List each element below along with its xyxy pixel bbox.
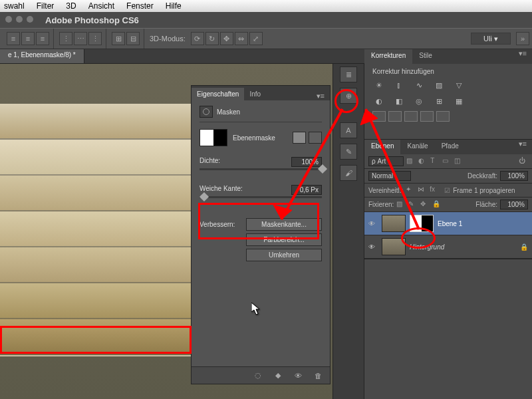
align-right-icon[interactable]: ≡ <box>36 32 49 45</box>
toggle-mask-icon[interactable]: 👁 <box>293 370 303 381</box>
fill-label: Fläche: <box>475 201 497 208</box>
svg-line-0 <box>281 109 342 219</box>
tab-pfade[interactable]: Pfade <box>435 140 466 154</box>
distribute-c-icon[interactable]: ⋮ <box>88 32 102 45</box>
svg-line-2 <box>366 109 419 229</box>
auto-align-icon[interactable]: ⊞ <box>112 32 125 45</box>
menu-ansicht[interactable]: Ansicht <box>88 1 114 11</box>
tab-korrekturen[interactable]: Korrekturen <box>364 49 412 64</box>
adjustments-menu-icon[interactable]: ▾≡ <box>513 49 532 64</box>
mask-thumbnail[interactable] <box>200 129 227 146</box>
zoom-icon[interactable]: ⤢ <box>249 32 263 45</box>
image-content <box>0 104 206 356</box>
opacity-label: Deckkraft: <box>467 172 497 180</box>
mask-mode-icon[interactable] <box>200 106 213 118</box>
properties-icon[interactable]: ⊕ <box>340 88 357 104</box>
fill-value[interactable]: 100% <box>500 200 528 209</box>
window-controls[interactable] <box>0 12 39 27</box>
layer-thumbnail[interactable] <box>382 238 406 255</box>
mac-menubar[interactable]: swahl Filter 3D Ansicht Fenster Hilfe <box>0 0 532 12</box>
roll-icon[interactable]: ↻ <box>205 32 219 45</box>
tab-stile[interactable]: Stile <box>412 49 438 64</box>
properties-footer: ◌ ◆ 👁 🗑 <box>192 366 330 384</box>
invert-button[interactable]: Umkehren <box>246 249 322 261</box>
pan-icon[interactable]: ✥ <box>220 32 233 45</box>
history-icon[interactable]: ≣ <box>340 66 357 82</box>
load-selection-icon[interactable]: ◌ <box>253 370 263 381</box>
curves-icon[interactable]: ∿ <box>412 79 426 91</box>
layers-menu-icon[interactable]: ▾≡ <box>513 140 532 154</box>
document-tab[interactable]: e 1, Ebenenmaske/8) * <box>0 49 84 63</box>
annotation-arrow <box>269 106 356 233</box>
distribute-h-icon[interactable]: ⋮ <box>59 32 72 45</box>
align-left-icon[interactable]: ≡ <box>7 32 20 45</box>
svg-marker-3 <box>360 109 378 125</box>
menu-auswahl[interactable]: swahl <box>4 1 25 11</box>
collapse-panels-icon[interactable]: » <box>516 32 529 45</box>
options-bar: ≡ ≡ ≡ ⋮ ⋯ ⋮ ⊞ ⊟ 3D-Modus: ⟳ ↻ ✥ ⇔ ⤢ Uli … <box>0 28 532 49</box>
vibrance-icon[interactable]: ▽ <box>452 79 466 91</box>
opacity-value[interactable]: 100% <box>500 171 528 181</box>
filter-shape-icon[interactable]: ▭ <box>442 157 452 166</box>
annotation-box <box>0 326 192 354</box>
annotation-arrow <box>359 100 439 239</box>
menu-filter[interactable]: Filter <box>37 1 55 11</box>
app-titlebar: Adobe Photoshop CS6 <box>0 12 532 28</box>
brightness-icon[interactable]: ☀ <box>372 79 386 91</box>
svg-marker-4 <box>251 303 259 315</box>
layer-name[interactable]: Ebene 1 <box>438 220 462 227</box>
visibility-icon[interactable]: 👁 <box>368 243 378 251</box>
app-title: Adobe Photoshop CS6 <box>45 15 139 25</box>
menu-3d[interactable]: 3D <box>66 1 76 11</box>
distribute-v-icon[interactable]: ⋯ <box>74 32 87 45</box>
apply-mask-icon[interactable]: ◆ <box>273 370 283 381</box>
user-menu[interactable]: Uli ▾ <box>471 33 511 45</box>
propagate-label[interactable]: Frame 1 propagieren <box>453 187 515 194</box>
panel-menu-icon[interactable]: ▾≡ <box>311 92 330 100</box>
properties-tabs: Eigenschaften Info ▾≡ <box>192 86 330 100</box>
cursor-icon <box>251 303 261 316</box>
color-lookup-icon[interactable]: ▦ <box>452 95 466 107</box>
menu-hilfe[interactable]: Hilfe <box>166 1 182 11</box>
slide-icon[interactable]: ⇔ <box>235 32 248 45</box>
label-3d-mode: 3D-Modus: <box>150 35 186 43</box>
tab-info[interactable]: Info <box>244 88 266 100</box>
align-center-icon[interactable]: ≡ <box>21 32 35 45</box>
orbit-icon[interactable]: ⟳ <box>191 32 204 45</box>
auto-blend-icon[interactable]: ⊟ <box>126 32 140 45</box>
lock-icon: 🔒 <box>520 243 528 251</box>
section-masks: Masken <box>217 108 240 116</box>
exposure-icon[interactable]: ▨ <box>432 79 446 91</box>
delete-mask-icon[interactable]: 🗑 <box>313 370 323 381</box>
add-adjustment-label: Korrektur hinzufügen <box>372 68 524 75</box>
tab-eigenschaften[interactable]: Eigenschaften <box>192 88 244 100</box>
layer-name[interactable]: Hintergrund <box>410 243 444 251</box>
filter-toggle-icon[interactable]: ⏻ <box>519 157 528 166</box>
levels-icon[interactable]: ⫿ <box>392 79 406 91</box>
filter-smart-icon[interactable]: ◫ <box>454 157 464 166</box>
menu-fenster[interactable]: Fenster <box>126 1 154 11</box>
